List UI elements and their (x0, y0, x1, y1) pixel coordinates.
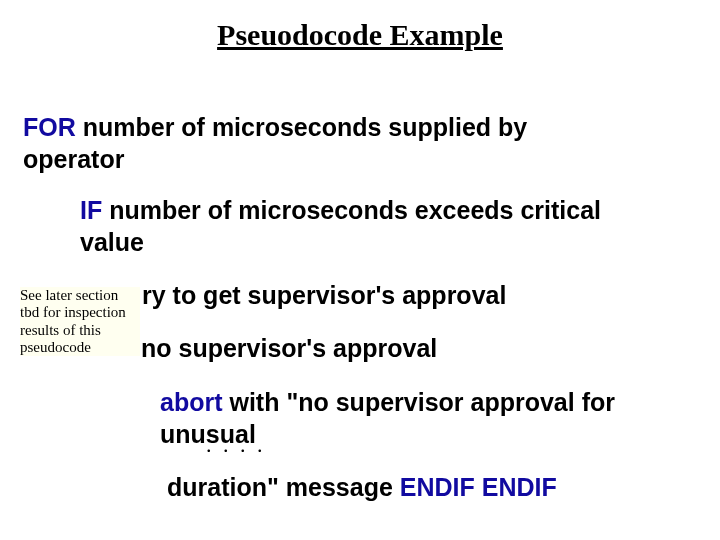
sticky-note: See later section tbd for inspection res… (20, 287, 140, 356)
text: operator (23, 145, 124, 173)
code-line-2: operator (23, 145, 124, 174)
text: with "no supervisor approval for (223, 388, 615, 416)
text: number of microseconds exceeds critical (102, 196, 601, 224)
code-line-7: abort with "no supervisor approval for (160, 388, 615, 417)
keyword-for: FOR (23, 113, 76, 141)
keyword-abort: abort (160, 388, 223, 416)
ellipsis-dots: . . . . (206, 432, 266, 458)
code-line-9: duration" message ENDIF ENDIF (167, 473, 557, 502)
text: ry to get supervisor's approval (142, 281, 506, 309)
text: value (80, 228, 144, 256)
code-line-3: IF number of microseconds exceeds critic… (80, 196, 601, 225)
keyword-if: IF (80, 196, 102, 224)
slide: Pseuodocode Example FOR number of micros… (0, 0, 720, 540)
code-line-4: value (80, 228, 144, 257)
text: number of microseconds supplied by (76, 113, 527, 141)
slide-title: Pseuodocode Example (0, 18, 720, 52)
code-line-6: no supervisor's approval (141, 334, 437, 363)
keyword-endif: ENDIF ENDIF (400, 473, 557, 501)
text: no supervisor's approval (141, 334, 437, 362)
text: duration" message (167, 473, 400, 501)
code-line-1: FOR number of microseconds supplied by (23, 113, 527, 142)
code-line-5: ry to get supervisor's approval (142, 281, 506, 310)
